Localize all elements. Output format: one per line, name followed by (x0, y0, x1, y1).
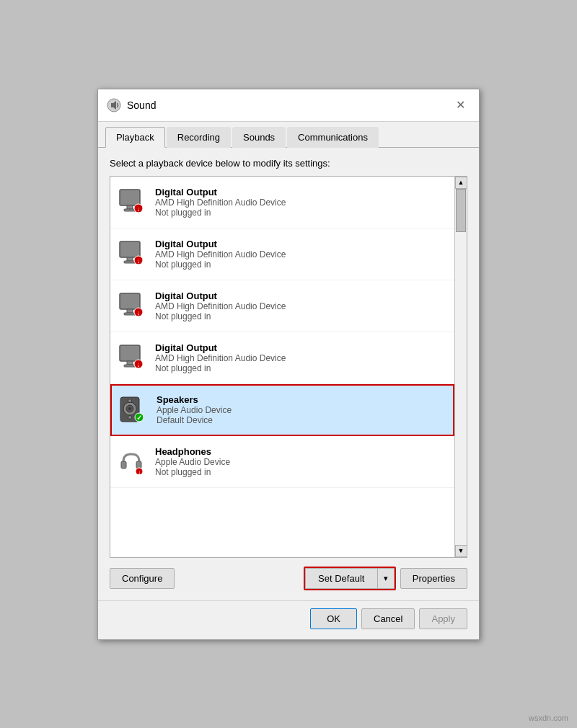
tab-playback[interactable]: Playback (105, 127, 165, 148)
device-list-container: ↓ Digital Output AMD High Definition Aud… (110, 176, 467, 558)
tab-sounds[interactable]: Sounds (232, 127, 286, 148)
device-sub: Apple Audio Device (155, 457, 447, 467)
set-default-dropdown-button[interactable]: ▾ (377, 568, 395, 589)
action-buttons-row: Configure Set Default ▾ Properties (110, 567, 467, 590)
device-name: Digital Output (155, 290, 447, 301)
bottom-buttons: OK Cancel Apply (98, 600, 479, 639)
svg-rect-31 (136, 461, 141, 469)
device-sub: AMD High Definition Audio Device (155, 249, 447, 259)
device-info: Digital Output AMD High Definition Audio… (155, 187, 447, 218)
device-icon-monitor: ↓ (118, 343, 146, 372)
sound-dialog: Sound ✕ Playback Recording Sounds Commun… (97, 89, 480, 640)
svg-rect-30 (121, 461, 126, 469)
list-item[interactable]: ↓ Digital Output AMD High Definition Aud… (110, 332, 454, 384)
svg-rect-18 (127, 361, 133, 365)
svg-point-26 (128, 399, 132, 402)
device-sub: AMD High Definition Audio Device (155, 197, 447, 208)
device-info: Headphones Apple Audio Device Not plugge… (155, 446, 447, 477)
scroll-thumb[interactable] (456, 189, 466, 232)
device-icon-monitor: ↓ (118, 187, 146, 216)
dialog-title: Sound (127, 99, 156, 111)
device-status: Not plugged in (155, 467, 447, 477)
scroll-down-arrow[interactable]: ▼ (455, 545, 467, 557)
scroll-up-arrow[interactable]: ▲ (455, 177, 467, 189)
svg-text:↓: ↓ (137, 309, 141, 316)
svg-text:↓: ↓ (138, 469, 141, 474)
ok-button[interactable]: OK (310, 608, 357, 629)
set-default-button[interactable]: Set Default (305, 568, 377, 589)
device-status: Not plugged in (155, 208, 447, 218)
device-sub: Apple Audio Device (157, 405, 446, 415)
tab-communications[interactable]: Communications (287, 127, 379, 148)
svg-point-27 (128, 415, 132, 419)
device-name: Speakers (157, 394, 446, 405)
configure-button[interactable]: Configure (110, 568, 175, 589)
svg-text:↓: ↓ (137, 361, 141, 368)
svg-rect-8 (127, 257, 133, 261)
device-name: Digital Output (155, 239, 447, 249)
svg-rect-3 (127, 205, 133, 209)
list-item[interactable]: ↓ Digital Output AMD High Definition Aud… (110, 280, 454, 332)
device-info: Digital Output AMD High Definition Audio… (155, 342, 447, 373)
device-sub: AMD High Definition Audio Device (155, 301, 447, 311)
properties-button[interactable]: Properties (400, 568, 467, 589)
device-status: Not plugged in (155, 311, 447, 321)
instruction-text: Select a playback device below to modify… (110, 158, 467, 169)
list-item[interactable]: ↓ Digital Output AMD High Definition Aud… (110, 177, 454, 228)
device-status: Not plugged in (155, 363, 447, 373)
tab-recording[interactable]: Recording (167, 127, 231, 148)
title-bar-left: Sound (107, 98, 156, 112)
scroll-track[interactable] (455, 189, 467, 545)
svg-rect-4 (124, 209, 136, 211)
svg-rect-13 (127, 309, 133, 313)
svg-text:↓: ↓ (137, 257, 141, 265)
device-icon-headphone: ↓ (118, 447, 146, 476)
svg-rect-14 (124, 313, 136, 315)
list-item[interactable]: ↓ Headphones Apple Audio Device Not plug… (110, 436, 454, 488)
svg-rect-19 (124, 365, 136, 367)
set-default-group: Set Default ▾ (304, 567, 396, 590)
device-icon-monitor: ↓ (118, 291, 146, 320)
device-sub: AMD High Definition Audio Device (155, 353, 447, 363)
device-name: Digital Output (155, 187, 447, 197)
svg-rect-2 (120, 190, 140, 205)
watermark: wsxdn.com (529, 714, 568, 722)
cancel-button[interactable]: Cancel (361, 608, 415, 629)
list-item[interactable]: ↓ Digital Output AMD High Definition Aud… (110, 228, 454, 280)
device-name: Headphones (155, 446, 447, 457)
scrollbar[interactable]: ▲ ▼ (454, 177, 467, 557)
device-status: Default Device (157, 415, 446, 425)
svg-text:✓: ✓ (136, 414, 142, 422)
device-name: Digital Output (155, 342, 447, 353)
device-icon-speaker: ✓ (119, 396, 148, 425)
sound-title-icon (107, 98, 121, 112)
list-item-selected[interactable]: ✓ Speakers Apple Audio Device Default De… (110, 384, 454, 436)
svg-rect-17 (120, 345, 140, 361)
device-icon-monitor: ↓ (118, 239, 146, 268)
svg-point-25 (128, 407, 131, 410)
device-status: Not plugged in (155, 259, 447, 270)
svg-rect-9 (124, 261, 136, 263)
device-info: Speakers Apple Audio Device Default Devi… (157, 394, 446, 425)
title-bar: Sound ✕ (98, 89, 479, 122)
device-info: Digital Output AMD High Definition Audio… (155, 290, 447, 321)
svg-rect-12 (120, 293, 140, 309)
svg-text:↓: ↓ (137, 205, 141, 213)
close-button[interactable]: ✕ (450, 95, 470, 115)
device-list: ↓ Digital Output AMD High Definition Aud… (110, 177, 454, 557)
main-content: Select a playback device below to modify… (98, 148, 479, 598)
apply-button[interactable]: Apply (419, 608, 467, 629)
device-info: Digital Output AMD High Definition Audio… (155, 239, 447, 270)
tab-bar: Playback Recording Sounds Communications (98, 122, 479, 148)
svg-rect-7 (120, 241, 140, 257)
